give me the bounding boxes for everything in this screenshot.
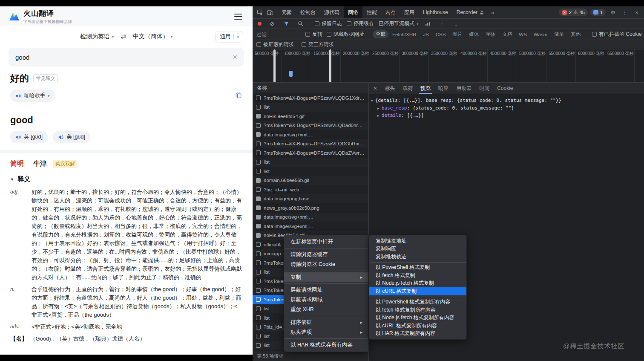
network-filter-input[interactable] <box>256 32 301 38</box>
network-request-row[interactable]: domain.66bee56b.gif <box>253 176 368 185</box>
network-request-row[interactable]: ?msToken=&X-Bogus=DFSzswVLQDad0nr… <box>253 121 368 130</box>
submenu-item-copy-all-as-fetch[interactable]: 以 fetch 格式复制所有内容 <box>369 306 466 314</box>
submenu-item-copy-all-as-har[interactable]: 以 HAR 格式复制所有内容 <box>369 330 466 338</box>
network-request-row[interactable]: noHis.9ee8fd54.gif <box>253 112 368 121</box>
filter-type-all[interactable]: 全部 <box>373 30 388 38</box>
voice-select-button[interactable]: 嘻哈歌手 ▾ <box>10 90 55 102</box>
menu-item-clear-browser-cookies[interactable]: 清除浏览器 Cookie <box>284 260 368 269</box>
clear-network-log-icon[interactable]: ⊘ <box>267 19 277 29</box>
network-request-row[interactable]: data:image/png;base… <box>253 194 368 204</box>
senses-toggle[interactable]: ▼ 释义 <box>10 175 242 183</box>
detail-tab-headers[interactable]: 标头 <box>381 83 399 94</box>
filter-type-other[interactable]: 其他 <box>568 30 584 38</box>
menu-item-sort-by[interactable]: 排序依据▸ <box>284 318 368 327</box>
tab-concise[interactable]: 简明 <box>10 159 24 168</box>
devtools-tab-network[interactable]: 网络 <box>344 6 362 18</box>
source-language-select[interactable]: 检测为英语 ▾ <box>80 33 114 40</box>
devtools-tab-sources[interactable]: 源代码 <box>320 6 344 18</box>
filter-icon[interactable] <box>282 19 291 29</box>
pronunciation-button[interactable]: 英 [gʊd] <box>10 131 48 143</box>
network-request-row[interactable]: list <box>253 103 368 112</box>
menu-icon[interactable] <box>233 12 244 21</box>
timeline-handle-left[interactable] <box>273 49 276 82</box>
devtools-tab-lighthouse[interactable]: Lighthouse <box>419 6 452 18</box>
filter-type-manifest[interactable]: 清单 <box>551 30 567 38</box>
network-overview-timeline[interactable]: 500000 毫秒1000000 毫秒1500000 毫秒2000000 毫秒2… <box>253 49 644 83</box>
close-details-icon[interactable]: × <box>370 83 381 94</box>
filter-type-ws[interactable]: WS <box>516 31 530 38</box>
menu-item-header-options[interactable]: 标头选项▸ <box>284 327 368 337</box>
submenu-item-copy-link-address[interactable]: 复制链接地址 <box>369 237 466 245</box>
preserve-log-checkbox[interactable]: 保留日志 <box>315 20 342 27</box>
filter-type-css[interactable]: CSS <box>433 31 449 38</box>
devtools-tab-application[interactable]: 应用 <box>400 6 419 18</box>
network-request-row[interactable]: ?msToken=&X-Bogus=DFSzswVLQDGbRnr… <box>253 139 368 149</box>
preview-tree-root[interactable]: ▼ {details: [{,…}], base_resp: {status_c… <box>371 97 642 105</box>
filter-type-doc[interactable]: 文档 <box>499 30 515 38</box>
submenu-item-copy-as-curl[interactable]: 以 cURL 格式复制 <box>369 287 466 295</box>
filter-type-fetch-xhr[interactable]: Fetch/XHR <box>389 31 419 38</box>
submenu-item-copy-as-powershell[interactable]: 以 PowerShell 格式复制 <box>369 264 466 272</box>
network-request-row[interactable]: list <box>253 158 368 167</box>
detail-tab-timing[interactable]: 时间 <box>475 83 493 94</box>
clear-input-icon[interactable]: × <box>233 53 237 61</box>
target-language-select[interactable]: 中文（简体） ▾ <box>133 33 173 40</box>
submenu-item-copy-stack-trace[interactable]: 复制堆栈轨迹 <box>369 253 466 261</box>
filter-type-font[interactable]: 字体 <box>483 30 498 38</box>
menu-item-save-all-as-har[interactable]: 以 HAR 格式保存所有内容 <box>284 340 368 350</box>
pronunciation-button[interactable]: 美 [gʊd] <box>53 131 90 143</box>
menu-item-block-request-url[interactable]: 屏蔽请求网址 <box>284 285 368 295</box>
detail-tab-preview[interactable]: 预览 <box>417 83 434 94</box>
network-request-row[interactable]: list <box>253 167 368 176</box>
devtools-tab-memory[interactable]: 内存 <box>381 6 400 18</box>
network-request-row[interactable]: data:image/svg+xml;… <box>253 222 368 231</box>
filter-type-media[interactable]: 媒体 <box>466 30 482 38</box>
submenu-item-copy-as-nodejs-fetch[interactable]: 以 Node.js fetch 格式复制 <box>369 280 466 288</box>
devtools-tab-performance[interactable]: 性能 <box>362 6 381 18</box>
blocked-requests-checkbox[interactable]: 被屏蔽的请求 <box>256 41 294 48</box>
detail-tab-payload[interactable]: 载荷 <box>399 83 417 94</box>
submenu-item-copy-all-as-nodejs-fetch[interactable]: 以 Node.js fetch 格式复制所有内容 <box>369 314 466 322</box>
filter-type-wasm[interactable]: Wasm <box>531 31 550 38</box>
preview-tree-node[interactable]: ▶details: [{,…}] <box>371 112 642 120</box>
filter-type-img[interactable]: 图片 <box>449 30 465 38</box>
issues-badge[interactable]: 1 <box>590 9 606 16</box>
submenu-item-copy-all-as-powershell[interactable]: 以 PowerShell 格式复制所有内容 <box>369 298 466 306</box>
devtools-tab-elements[interactable]: 元素 <box>277 6 296 18</box>
menu-item-open-in-new-tab[interactable]: 在新标签页中打开 <box>284 237 368 247</box>
submenu-item-copy-response[interactable]: 复制响应 <box>369 245 466 253</box>
preview-tree-node[interactable]: ▶base_resp: {status_code: 0, status_mess… <box>371 105 642 113</box>
invert-filter-checkbox[interactable]: 反转 <box>305 31 322 38</box>
devtools-tab-recorder[interactable]: Recorder <box>452 6 488 18</box>
network-request-row[interactable]: data:image/svg+xml;… <box>253 213 368 222</box>
menu-item-block-request-domain[interactable]: 屏蔽请求网域 <box>284 295 368 305</box>
copy-icon[interactable] <box>235 92 242 100</box>
swap-languages-icon[interactable]: ⇄ <box>121 33 126 40</box>
search-input[interactable] <box>15 54 233 61</box>
submenu-item-copy-all-as-curl[interactable]: 以 cURL 格式复制所有内容 <box>369 322 466 330</box>
submenu-item-copy-as-fetch[interactable]: 以 fetch 格式复制 <box>369 271 466 280</box>
menu-item-copy[interactable]: 复制▸ <box>284 272 368 282</box>
network-request-row[interactable]: ?msToken=&X-Bogus=DFSzswVLQDaZVwr… <box>253 148 368 158</box>
inspect-element-icon[interactable] <box>255 8 264 17</box>
disable-cache-checkbox[interactable]: 停用缓存 <box>347 20 374 27</box>
third-party-checkbox[interactable]: 第三方请求 <box>302 41 334 48</box>
devtools-tab-more-tabs[interactable]: » <box>488 6 497 18</box>
record-network-log-button[interactable] <box>258 22 262 26</box>
network-conditions-icon[interactable] <box>423 19 433 29</box>
network-request-row[interactable]: data:image/svg+xml;… <box>253 130 368 139</box>
hide-data-urls-checkbox[interactable]: 隐藏数据网址 <box>327 31 364 38</box>
network-request-row[interactable]: news_gray.a0b92c50.png <box>253 203 368 213</box>
tab-oxford[interactable]: 牛津 <box>33 159 47 168</box>
menu-item-replay-xhr[interactable]: 重放 XHR <box>284 305 368 315</box>
settings-gear-icon[interactable]: ⚙ <box>608 8 618 17</box>
network-request-row[interactable]: ?msToken=&X-Bogus=DFSzswVLQDG1Xdr… <box>253 93 368 103</box>
device-toolbar-icon[interactable] <box>265 8 275 17</box>
column-header-name[interactable]: 名称 <box>253 83 368 93</box>
timeline-handle-right[interactable] <box>329 49 331 82</box>
search-input-box[interactable]: × <box>9 48 244 66</box>
throttling-select[interactable]: 已停用节流模式 ▾ <box>379 20 419 27</box>
menu-item-clear-browser-cache[interactable]: 清除浏览器缓存 <box>284 250 368 260</box>
export-har-icon[interactable]: ↓ <box>451 19 461 29</box>
error-warning-badge[interactable]: × 2 ⚠ 45 <box>559 9 588 16</box>
